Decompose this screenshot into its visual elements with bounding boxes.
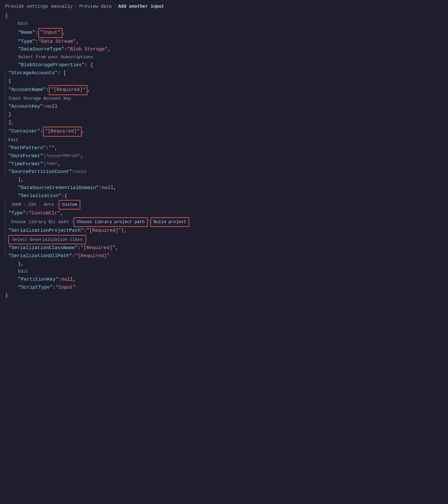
line-close-blobprops: },	[5, 176, 443, 184]
source-partition-val: null	[75, 168, 86, 176]
datasource-val: "Blob Storage"	[67, 46, 108, 54]
sep1: |	[75, 4, 77, 9]
line-open-brace: {	[5, 12, 443, 20]
type-key: "Type"	[18, 38, 35, 46]
container-key: "Container"	[8, 128, 40, 136]
path-build-btn[interactable]: Build project	[150, 217, 189, 227]
line-serialization-project: "SerializationProjectPath" : "[Required]…	[5, 227, 443, 235]
path-pattern-key: "PathPattern"	[8, 144, 46, 152]
line-edit1: Edit	[5, 20, 443, 28]
credential-val: null	[102, 184, 113, 192]
type2-key: "Type"	[8, 210, 26, 218]
line-serialization-dll: "SerializationDllPath" : "[Required]"	[5, 252, 443, 260]
path-dll-btn[interactable]: Choose library DLL path	[8, 218, 71, 226]
path-project-btn[interactable]: Choose library project path	[74, 217, 148, 227]
line-datasource: "DataSourceType" : "Blob Storage" ,	[5, 46, 443, 54]
line-storage-key-label: Input Storage Account Key	[5, 95, 443, 103]
script-type-key: "ScriptType"	[18, 284, 53, 292]
toolbar-csv[interactable]: CSV	[26, 201, 39, 209]
partition-key-key: "PartitionKey"	[18, 276, 58, 284]
serialization-dll-key: "SerializationDllPath"	[8, 252, 72, 260]
line-select-deser: Select deserialization class	[5, 235, 443, 244]
storage-accounts-key: "StorageAccounts"	[8, 69, 58, 77]
toolbar-custom[interactable]: Custom	[59, 200, 80, 209]
line-type2: "Type" : "CustomClr" ,	[5, 210, 443, 218]
serialization-toolbar: JSON | CSV | Avro | Custom	[8, 200, 80, 209]
line-credential: "DataSourceCredentialDomain" : null ,	[5, 184, 443, 192]
line-edit3: Edit	[5, 268, 443, 276]
name-val-box[interactable]: "Input"	[38, 28, 62, 38]
date-format-key: "DateFormat"	[8, 152, 43, 160]
credential-key: "DataSourceCredentialDomain"	[18, 184, 99, 192]
line-script-type: "ScriptType" : "Input"	[5, 284, 443, 292]
script-type-val: "Input"	[56, 284, 76, 292]
line-close-main: }	[5, 292, 443, 300]
line-time-format: "TimeFormat" : "HH" ,	[5, 160, 443, 168]
edit3-label[interactable]: Edit	[18, 268, 28, 275]
account-key-val: null	[46, 103, 58, 111]
edit1-label[interactable]: Edit	[18, 20, 28, 27]
line-source-partition: "SourcePartitionCount" : null	[5, 168, 443, 176]
preview-data-link[interactable]: Preview data	[79, 4, 112, 9]
serialization-dll-val: "[Required]"	[75, 252, 110, 260]
line-close-bracket: ],	[5, 119, 443, 127]
line-serialization: "Serialization" : {	[5, 192, 443, 200]
line-account-key: "AccountKey" : null	[5, 103, 443, 111]
toolbar-avro[interactable]: Avro	[41, 201, 56, 209]
storage-key-label[interactable]: Input Storage Account Key	[8, 95, 71, 102]
line-select-subscriptions: Select from your Subscriptions	[5, 54, 443, 61]
time-format-key: "TimeFormat"	[8, 160, 43, 168]
main-close-brace: }	[5, 292, 8, 300]
account-name-key: "AccountName"	[8, 86, 46, 94]
time-format-val: "HH"	[46, 160, 58, 168]
line-path-pattern: "PathPattern" : "" ,	[5, 144, 443, 152]
serialization-project-key: "SerializationProjectPath"	[8, 227, 84, 235]
container-val-box[interactable]: "[Required]"	[43, 127, 82, 137]
name-val: "Input"	[40, 30, 60, 35]
account-name-val-box[interactable]: "[Required]"	[49, 85, 87, 95]
top-bar: Provide settings manually | Preview data…	[5, 4, 443, 9]
line-storage-accounts: "StorageAccounts" : [	[5, 69, 443, 77]
line-serialization-toolbar: JSON | CSV | Avro | Custom	[5, 200, 443, 209]
line-edit2: Edit	[5, 137, 443, 144]
line-serialization-class: "SerializationClassName" : "[Required]" …	[5, 244, 443, 252]
select-deser-btn[interactable]: Select deserialization class	[8, 235, 86, 244]
line-inner-open: {	[5, 77, 443, 86]
blobprops-key: "BlobStorageProperties"	[18, 61, 85, 69]
sep2: |	[113, 4, 116, 9]
serialization-class-key: "SerializationClassName"	[8, 244, 78, 252]
select-subscriptions-label[interactable]: Select from your Subscriptions	[18, 54, 93, 60]
type2-val: "CustomClr"	[29, 210, 60, 218]
line-type: "Type" : "Data Stream" ,	[5, 38, 443, 46]
partition-key-val: null	[61, 276, 73, 284]
source-partition-key: "SourcePartitionCount"	[8, 168, 72, 176]
datasource-key: "DataSourceType"	[18, 46, 64, 54]
code-editor: { Edit "Name" : "Input" , "Type" : "Data…	[5, 12, 443, 300]
main-open-brace: {	[5, 12, 8, 20]
date-format-val: "yyyy/MM/dd"	[46, 152, 81, 160]
add-input-link[interactable]: Add another input	[118, 4, 164, 9]
account-key-key: "AccountKey"	[8, 103, 43, 111]
line-container: "Container" : "[Required]" ,	[5, 127, 443, 137]
type-val: "Data Stream"	[38, 38, 76, 46]
serialization-key: "Serialization"	[18, 192, 61, 200]
path-toolbar: Choose library DLL path | Choose library…	[8, 217, 189, 227]
toolbar-json[interactable]: JSON	[8, 201, 23, 209]
line-date-format: "DateFormat" : "yyyy/MM/dd" ,	[5, 152, 443, 160]
line-blobprops: "BlobStorageProperties" : {	[5, 61, 443, 69]
edit2-label[interactable]: Edit	[8, 137, 18, 143]
line-inner-close: }	[5, 111, 443, 119]
serialization-class-val: "[Required]"	[81, 244, 115, 252]
name-key: "Name"	[18, 29, 35, 37]
line-close-serialization: },	[5, 260, 443, 268]
account-name-val: "[Required]"	[51, 87, 85, 93]
line-account-name: "AccountName" : "[Required]" ,	[5, 85, 443, 95]
provide-settings-link[interactable]: Provide settings manually	[5, 4, 73, 9]
line-partition-key: "PartitionKey" : null ,	[5, 276, 443, 284]
container-val: "[Required]"	[45, 129, 80, 134]
serialization-project-val: "[Required]"	[86, 227, 124, 235]
line-name: "Name" : "Input" ,	[5, 28, 443, 38]
line-path-toolbar: Choose library DLL path | Choose library…	[5, 217, 443, 227]
path-pattern-val: ""	[49, 144, 55, 152]
